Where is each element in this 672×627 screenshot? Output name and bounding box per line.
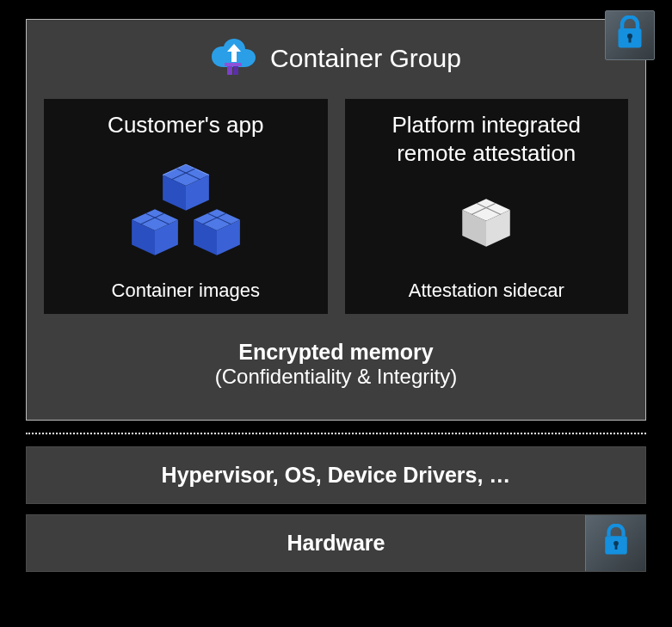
lock-badge-hardware (585, 515, 645, 571)
card-title-right: Platform integrated remote attestation (355, 111, 619, 167)
card-attestation: Platform integrated remote attestation A… (345, 99, 629, 314)
container-images-icon (128, 163, 244, 257)
container-group-panel: Container Group Customer's app (26, 19, 646, 421)
container-group-title: Container Group (270, 44, 461, 73)
encrypted-memory-subtitle: (Confidentiality & Integrity) (44, 365, 628, 389)
svg-rect-30 (614, 543, 617, 549)
encrypted-memory-title: Encrypted memory (44, 340, 628, 365)
card-body-right (459, 177, 514, 271)
card-footer-left: Container images (112, 280, 260, 302)
hypervisor-label: Hypervisor, OS, Device Drivers, … (162, 463, 511, 487)
svg-rect-2 (629, 36, 632, 43)
lock-icon (601, 524, 631, 563)
svg-rect-5 (225, 63, 242, 66)
card-footer-right: Attestation sidecar (409, 280, 564, 302)
hardware-layer: Hardware (26, 514, 646, 572)
card-body-left (128, 150, 244, 272)
trust-boundary-divider (26, 433, 646, 434)
lock-badge-top (605, 10, 655, 60)
hardware-label: Hardware (287, 531, 385, 555)
hypervisor-layer: Hypervisor, OS, Device Drivers, … (26, 446, 646, 504)
encrypted-memory-row: Encrypted memory (Confidentiality & Inte… (44, 331, 628, 401)
card-customer-app: Customer's app (44, 99, 328, 314)
cloud-upload-icon (211, 37, 257, 80)
attestation-sidecar-icon (459, 197, 514, 252)
container-group-header: Container Group (27, 20, 645, 99)
card-title-left: Customer's app (108, 111, 263, 139)
lock-icon (613, 15, 646, 55)
